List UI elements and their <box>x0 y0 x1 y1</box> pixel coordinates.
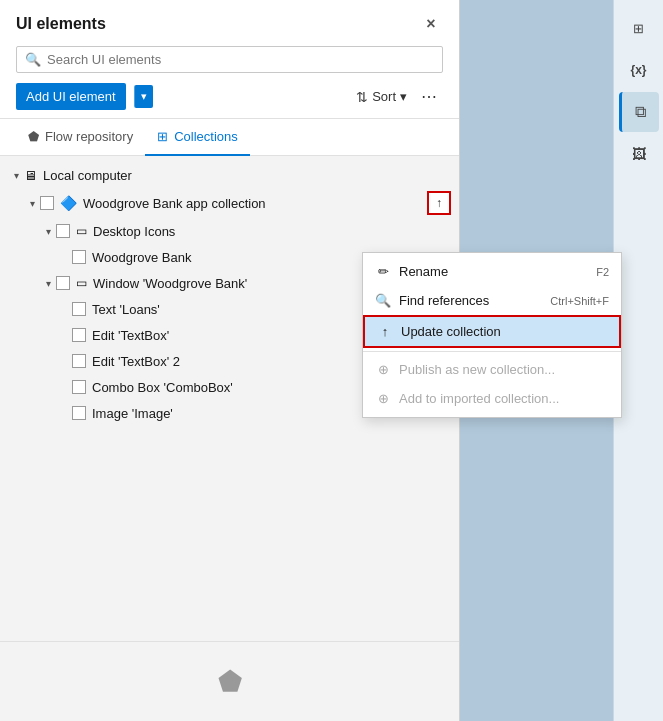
sidebar-icon-image[interactable]: 🖼 <box>619 134 659 174</box>
context-menu-publish: ⊕ Publish as new collection... <box>363 355 621 384</box>
upload-collection-button[interactable]: ↑ <box>427 191 451 215</box>
window-icon-desktop: ▭ <box>76 224 87 238</box>
more-options-button[interactable]: ⋯ <box>415 85 443 108</box>
tree-item-woodgrove[interactable]: ▾ 🔷 Woodgrove Bank app collection ↑ <box>0 188 459 218</box>
find-refs-shortcut: Ctrl+Shift+F <box>550 295 609 307</box>
sidebar-icon-layers[interactable]: ⧉ <box>619 92 659 132</box>
rename-shortcut: F2 <box>596 266 609 278</box>
tab-collections[interactable]: ⊞ Collections <box>145 119 250 156</box>
publish-icon: ⊕ <box>375 362 391 377</box>
add-ui-element-dropdown[interactable]: ▾ <box>134 85 153 108</box>
chevron-local: ▾ <box>8 167 24 183</box>
tab-flow-repository[interactable]: ⬟ Flow repository <box>16 119 145 156</box>
sort-chevron-icon: ▾ <box>400 89 407 104</box>
context-menu-divider <box>363 351 621 352</box>
checkbox-edit2[interactable] <box>72 354 86 368</box>
search-bar: 🔍 <box>16 46 443 73</box>
toolbar: Add UI element ▾ ⇅ Sort ▾ ⋯ <box>16 83 443 110</box>
context-menu-update[interactable]: ↑ Update collection <box>363 315 621 348</box>
sort-button[interactable]: ⇅ Sort ▾ <box>356 89 407 105</box>
collections-label: Collections <box>174 129 238 144</box>
tree-item-desktop-icons[interactable]: ▾ ▭ Desktop Icons <box>0 218 459 244</box>
context-menu: ✏ Rename F2 🔍 Find references Ctrl+Shift… <box>362 252 622 418</box>
layers-icon: ⧉ <box>635 103 646 121</box>
context-menu-rename[interactable]: ✏ Rename F2 <box>363 257 621 286</box>
add-button-label: Add UI element <box>26 89 116 104</box>
close-button[interactable]: × <box>419 12 443 36</box>
checkbox-desktop[interactable] <box>56 224 70 238</box>
flow-repo-icon: ⬟ <box>28 129 39 144</box>
collections-icon: ⊞ <box>157 129 168 144</box>
update-label: Update collection <box>401 324 607 339</box>
find-refs-label: Find references <box>399 293 542 308</box>
add-ui-element-button[interactable]: Add UI element <box>16 83 126 110</box>
search-input[interactable] <box>47 52 434 67</box>
panel-title-row: UI elements × <box>16 12 443 36</box>
add-imported-icon: ⊕ <box>375 391 391 406</box>
find-refs-icon: 🔍 <box>375 293 391 308</box>
panel-header: UI elements × 🔍 Add UI element ▾ ⇅ Sort … <box>0 0 459 119</box>
checkbox-window[interactable] <box>56 276 70 290</box>
braces-icon: {x} <box>630 63 646 77</box>
panel-title-text: UI elements <box>16 15 106 33</box>
image-icon: 🖼 <box>632 146 646 162</box>
chevron-woodgrove: ▾ <box>24 195 40 211</box>
collection-icon: 🔷 <box>60 195 77 211</box>
checkbox-woodgrove[interactable] <box>40 196 54 210</box>
search-icon: 🔍 <box>25 52 41 67</box>
sidebar-icon-braces[interactable]: {x} <box>619 50 659 90</box>
window-icon: ▭ <box>76 276 87 290</box>
context-menu-find-refs[interactable]: 🔍 Find references Ctrl+Shift+F <box>363 286 621 315</box>
chevron-window: ▾ <box>40 275 56 291</box>
bottom-area: ⬟ <box>0 641 459 721</box>
grid-icon: ⊞ <box>633 21 644 36</box>
sort-icon: ⇅ <box>356 89 368 105</box>
checkbox-image[interactable] <box>72 406 86 420</box>
sort-label: Sort <box>372 89 396 104</box>
tree-item-local[interactable]: ▾ 🖥 Local computer <box>0 162 459 188</box>
woodgrove-label: Woodgrove Bank app collection <box>83 196 427 211</box>
checkbox-loans[interactable] <box>72 302 86 316</box>
update-icon: ↑ <box>377 324 393 339</box>
rename-icon: ✏ <box>375 264 391 279</box>
checkbox-combo[interactable] <box>72 380 86 394</box>
tabs-bar: ⬟ Flow repository ⊞ Collections <box>0 119 459 156</box>
flow-repo-label: Flow repository <box>45 129 133 144</box>
context-menu-add-imported: ⊕ Add to imported collection... <box>363 384 621 413</box>
checkbox-edit1[interactable] <box>72 328 86 342</box>
local-computer-label: Local computer <box>43 168 451 183</box>
bottom-layers-icon: ⬟ <box>218 665 242 698</box>
chevron-desktop: ▾ <box>40 223 56 239</box>
rename-label: Rename <box>399 264 588 279</box>
checkbox-wb[interactable] <box>72 250 86 264</box>
publish-label: Publish as new collection... <box>399 362 609 377</box>
desktop-icons-label: Desktop Icons <box>93 224 451 239</box>
sidebar-icon-grid[interactable]: ⊞ <box>619 8 659 48</box>
computer-icon: 🖥 <box>24 168 37 183</box>
add-imported-label: Add to imported collection... <box>399 391 609 406</box>
